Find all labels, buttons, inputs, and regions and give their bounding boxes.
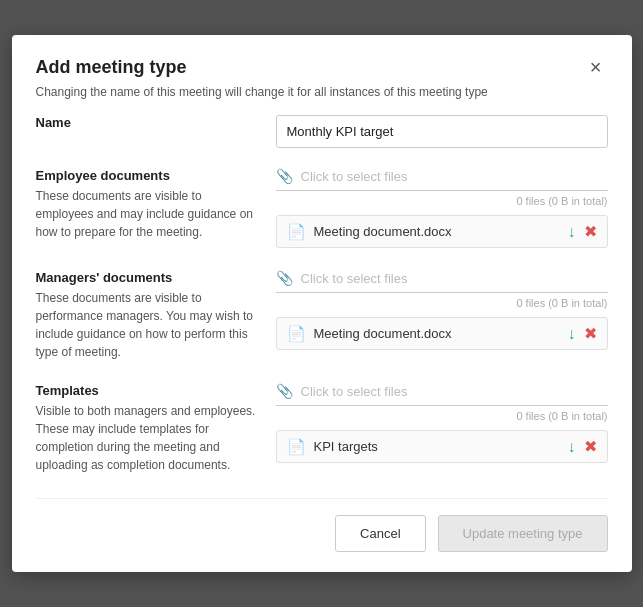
templates-label: Templates xyxy=(36,383,260,398)
remove-icon-1[interactable]: ✖ xyxy=(584,222,597,241)
manager-docs-file-item: 📄 Meeting document.docx ↓ ✖ xyxy=(276,317,608,350)
templates-label-col: Templates Visible to both managers and e… xyxy=(36,383,276,474)
doc-icon-1: 📄 xyxy=(287,223,306,241)
employee-docs-file-item: 📄 Meeting document.docx ↓ ✖ xyxy=(276,215,608,248)
paperclip-icon-2: 📎 xyxy=(276,270,293,286)
modal-subtitle: Changing the name of this meeting will c… xyxy=(36,85,608,99)
employee-docs-label: Employee documents xyxy=(36,168,260,183)
name-label: Name xyxy=(36,115,260,130)
employee-docs-file-section: 📎 Click to select files 0 files (0 B in … xyxy=(276,168,608,248)
manager-docs-filename: Meeting document.docx xyxy=(314,326,568,341)
doc-icon-3: 📄 xyxy=(287,438,306,456)
manager-docs-select-row[interactable]: 📎 Click to select files xyxy=(276,270,608,293)
templates-row: Templates Visible to both managers and e… xyxy=(36,383,608,474)
manager-docs-file-count: 0 files (0 B in total) xyxy=(276,297,608,309)
cancel-button[interactable]: Cancel xyxy=(335,515,425,552)
employee-docs-control: 📎 Click to select files 0 files (0 B in … xyxy=(276,168,608,248)
modal-header: Add meeting type × xyxy=(36,55,608,79)
templates-filename: KPI targets xyxy=(314,439,568,454)
modal-overlay: Add meeting type × Changing the name of … xyxy=(0,0,643,607)
templates-file-count: 0 files (0 B in total) xyxy=(276,410,608,422)
remove-icon-3[interactable]: ✖ xyxy=(584,437,597,456)
update-button[interactable]: Update meeting type xyxy=(438,515,608,552)
manager-docs-select-text: Click to select files xyxy=(301,271,408,286)
remove-icon-2[interactable]: ✖ xyxy=(584,324,597,343)
employee-docs-select-text: Click to select files xyxy=(301,169,408,184)
employee-docs-row: Employee documents These documents are v… xyxy=(36,168,608,248)
manager-docs-desc: These documents are visible to performan… xyxy=(36,289,260,361)
manager-docs-row: Managers' documents These documents are … xyxy=(36,270,608,361)
templates-file-item: 📄 KPI targets ↓ ✖ xyxy=(276,430,608,463)
templates-select-row[interactable]: 📎 Click to select files xyxy=(276,383,608,406)
employee-docs-label-col: Employee documents These documents are v… xyxy=(36,168,276,241)
modal-dialog: Add meeting type × Changing the name of … xyxy=(12,35,632,572)
modal-footer: Cancel Update meeting type xyxy=(36,498,608,552)
name-label-col: Name xyxy=(36,115,276,134)
name-row: Name xyxy=(36,115,608,148)
manager-docs-label: Managers' documents xyxy=(36,270,260,285)
manager-docs-label-col: Managers' documents These documents are … xyxy=(36,270,276,361)
paperclip-icon-3: 📎 xyxy=(276,383,293,399)
close-button[interactable]: × xyxy=(584,55,608,79)
modal-title: Add meeting type xyxy=(36,57,187,78)
employee-docs-filename: Meeting document.docx xyxy=(314,224,568,239)
manager-docs-control: 📎 Click to select files 0 files (0 B in … xyxy=(276,270,608,350)
employee-docs-desc: These documents are visible to employees… xyxy=(36,187,260,241)
templates-desc: Visible to both managers and employees. … xyxy=(36,402,260,474)
download-icon-2[interactable]: ↓ xyxy=(568,325,576,343)
download-icon-1[interactable]: ↓ xyxy=(568,223,576,241)
employee-docs-file-count: 0 files (0 B in total) xyxy=(276,195,608,207)
templates-select-text: Click to select files xyxy=(301,384,408,399)
paperclip-icon-1: 📎 xyxy=(276,168,293,184)
name-control-col xyxy=(276,115,608,148)
employee-docs-select-row[interactable]: 📎 Click to select files xyxy=(276,168,608,191)
manager-docs-file-section: 📎 Click to select files 0 files (0 B in … xyxy=(276,270,608,350)
name-input[interactable] xyxy=(276,115,608,148)
doc-icon-2: 📄 xyxy=(287,325,306,343)
templates-file-section: 📎 Click to select files 0 files (0 B in … xyxy=(276,383,608,463)
download-icon-3[interactable]: ↓ xyxy=(568,438,576,456)
templates-control: 📎 Click to select files 0 files (0 B in … xyxy=(276,383,608,463)
